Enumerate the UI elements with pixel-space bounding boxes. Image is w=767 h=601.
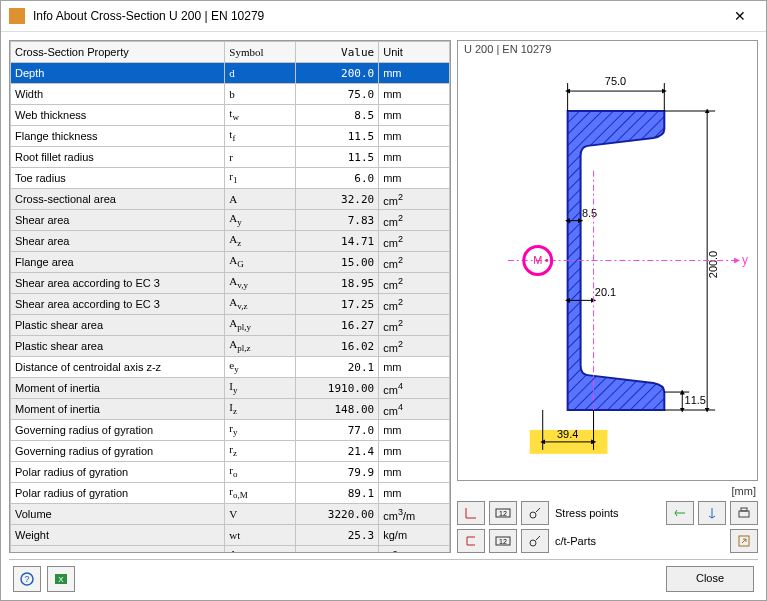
app-icon bbox=[9, 8, 25, 24]
section-icon[interactable] bbox=[457, 529, 485, 553]
cell-unit: cm2 bbox=[379, 315, 450, 336]
cell-unit: cm2 bbox=[379, 189, 450, 210]
cell-value: 89.1 bbox=[296, 483, 379, 504]
table-row[interactable]: Weightwt25.3kg/m bbox=[11, 525, 450, 546]
properties-scroll[interactable]: Cross-Section Property Symbol Value Unit… bbox=[10, 41, 450, 552]
svg-text:200.0: 200.0 bbox=[707, 251, 719, 278]
toolbar-row-2: 12 c/t-Parts bbox=[457, 529, 758, 553]
cell-value: 148.00 bbox=[296, 399, 379, 420]
cell-symbol: Apl,z bbox=[225, 336, 296, 357]
preview-title: U 200 | EN 10279 bbox=[464, 43, 551, 55]
cell-property: Governing radius of gyration bbox=[11, 420, 225, 441]
table-row[interactable]: Toe radiusr16.0mm bbox=[11, 168, 450, 189]
table-row[interactable]: Web thicknesstw8.5mm bbox=[11, 105, 450, 126]
cell-unit: cm3/m bbox=[379, 504, 450, 525]
cell-unit: cm4 bbox=[379, 378, 450, 399]
table-row[interactable]: VolumeV3220.00cm3/m bbox=[11, 504, 450, 525]
cell-property: Moment of inertia bbox=[11, 378, 225, 399]
close-icon[interactable]: ✕ bbox=[720, 2, 760, 30]
table-row[interactable]: Moment of inertiaIy1910.00cm4 bbox=[11, 378, 450, 399]
axis-y-icon[interactable] bbox=[666, 501, 694, 525]
table-row[interactable]: Shear areaAz14.71cm2 bbox=[11, 231, 450, 252]
cell-symbol: Apl,y bbox=[225, 315, 296, 336]
cell-symbol: Iz bbox=[225, 399, 296, 420]
cell-value: 16.27 bbox=[296, 315, 379, 336]
svg-line-32 bbox=[536, 508, 540, 512]
excel-export-button[interactable]: X bbox=[47, 566, 75, 592]
cell-symbol: ry bbox=[225, 420, 296, 441]
table-row[interactable]: Shear area according to EC 3Av,z17.25cm2 bbox=[11, 294, 450, 315]
dimensions-icon[interactable]: 12 bbox=[489, 501, 517, 525]
table-row[interactable]: Shear areaAy7.83cm2 bbox=[11, 210, 450, 231]
window-title: Info About Cross-Section U 200 | EN 1027… bbox=[33, 9, 720, 23]
table-row[interactable]: Polar radius of gyrationro79.9mm bbox=[11, 462, 450, 483]
cell-property: Flange thickness bbox=[11, 126, 225, 147]
cell-value: 200.0 bbox=[296, 63, 379, 84]
table-row[interactable]: Plastic shear areaApl,z16.02cm2 bbox=[11, 336, 450, 357]
cell-unit: mm bbox=[379, 126, 450, 147]
table-row[interactable]: Widthb75.0mm bbox=[11, 84, 450, 105]
cell-unit: cm2 bbox=[379, 273, 450, 294]
cell-property: Moment of inertia bbox=[11, 399, 225, 420]
parts-values-icon[interactable] bbox=[521, 529, 549, 553]
cell-unit: mm bbox=[379, 168, 450, 189]
header-value[interactable]: Value bbox=[296, 42, 379, 63]
cell-property: Flange area bbox=[11, 252, 225, 273]
table-row[interactable]: Moment of inertiaIz148.00cm4 bbox=[11, 399, 450, 420]
preview-toolbars: 12 Stress points 12 c/t-Parts bbox=[457, 501, 758, 553]
dialog-footer: ? X Close bbox=[9, 559, 758, 594]
cell-value: 0.661 bbox=[296, 546, 379, 553]
cell-value: 32.20 bbox=[296, 189, 379, 210]
values-icon[interactable] bbox=[521, 501, 549, 525]
table-row[interactable]: Flange areaAG15.00cm2 bbox=[11, 252, 450, 273]
cell-property: Web thickness bbox=[11, 105, 225, 126]
cell-unit: cm2 bbox=[379, 252, 450, 273]
cell-symbol: ro,M bbox=[225, 483, 296, 504]
cell-symbol: wt bbox=[225, 525, 296, 546]
svg-rect-34 bbox=[741, 508, 747, 511]
header-property[interactable]: Cross-Section Property bbox=[11, 42, 225, 63]
cell-value: 17.25 bbox=[296, 294, 379, 315]
table-row[interactable]: Depthd200.0mm bbox=[11, 63, 450, 84]
table-row[interactable]: Plastic shear areaApl,y16.27cm2 bbox=[11, 315, 450, 336]
table-row[interactable]: Governing radius of gyrationry77.0mm bbox=[11, 420, 450, 441]
table-row[interactable]: Flange thicknesstf11.5mm bbox=[11, 126, 450, 147]
cell-property: Cross-sectional area bbox=[11, 189, 225, 210]
cell-symbol: tf bbox=[225, 126, 296, 147]
cell-value: 8.5 bbox=[296, 105, 379, 126]
preview-unit-label: [mm] bbox=[457, 485, 758, 497]
cell-unit: mm bbox=[379, 147, 450, 168]
cell-symbol: V bbox=[225, 504, 296, 525]
axes-icon[interactable] bbox=[457, 501, 485, 525]
close-button[interactable]: Close bbox=[666, 566, 754, 592]
cell-unit: cm4 bbox=[379, 399, 450, 420]
cell-property: Plastic shear area bbox=[11, 315, 225, 336]
header-symbol[interactable]: Symbol bbox=[225, 42, 296, 63]
cross-section-preview[interactable]: U 200 | EN 10279 bbox=[457, 40, 758, 481]
cell-value: 79.9 bbox=[296, 462, 379, 483]
table-row[interactable]: Cross-sectional areaA32.20cm2 bbox=[11, 189, 450, 210]
table-row[interactable]: Distance of centroidal axis z-zey20.1mm bbox=[11, 357, 450, 378]
table-row[interactable]: Root fillet radiusr11.5mm bbox=[11, 147, 450, 168]
export-icon[interactable] bbox=[730, 529, 758, 553]
cell-value: 7.83 bbox=[296, 210, 379, 231]
axis-z-icon[interactable] bbox=[698, 501, 726, 525]
cell-property: Volume bbox=[11, 504, 225, 525]
cell-property: Root fillet radius bbox=[11, 147, 225, 168]
cell-unit: cm2 bbox=[379, 336, 450, 357]
cell-unit: mm bbox=[379, 483, 450, 504]
cell-value: 11.5 bbox=[296, 126, 379, 147]
print-icon[interactable] bbox=[730, 501, 758, 525]
parts-dim-icon[interactable]: 12 bbox=[489, 529, 517, 553]
help-button[interactable]: ? bbox=[13, 566, 41, 592]
cell-symbol: tw bbox=[225, 105, 296, 126]
svg-text:75.0: 75.0 bbox=[605, 75, 626, 87]
table-row[interactable]: Shear area according to EC 3Av,y18.95cm2 bbox=[11, 273, 450, 294]
header-unit[interactable]: Unit bbox=[379, 42, 450, 63]
table-row[interactable]: SurfaceAsurf0.661m2/m bbox=[11, 546, 450, 553]
svg-text:X: X bbox=[58, 575, 64, 584]
table-row[interactable]: Polar radius of gyrationro,M89.1mm bbox=[11, 483, 450, 504]
table-row[interactable]: Governing radius of gyrationrz21.4mm bbox=[11, 441, 450, 462]
svg-text:20.1: 20.1 bbox=[595, 286, 616, 298]
dialog-body: Cross-Section Property Symbol Value Unit… bbox=[1, 32, 766, 600]
